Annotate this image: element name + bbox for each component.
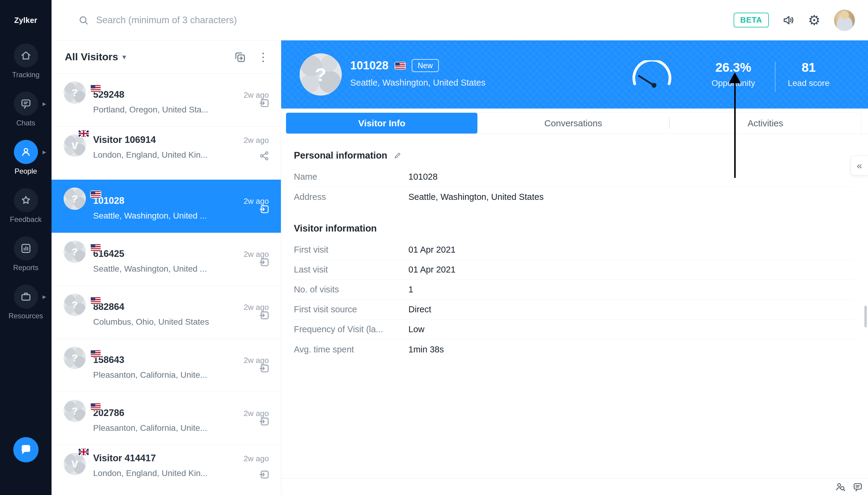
visitor-name: Visitor 414417 bbox=[93, 453, 156, 464]
search-icon bbox=[78, 15, 89, 25]
visitor-list-item[interactable]: ? 882864 2w ago Columbus, Ohio, United S… bbox=[52, 286, 281, 339]
sidebar-item-reports[interactable]: Reports bbox=[0, 233, 52, 281]
new-status-badge: New bbox=[412, 59, 439, 72]
visitor-list-item[interactable]: ? 158643 2w ago Pleasanton, California, … bbox=[52, 339, 281, 392]
visitor-list-item[interactable]: ? 529248 2w ago Portland, Oregon, United… bbox=[52, 73, 281, 126]
user-avatar[interactable] bbox=[834, 9, 855, 31]
info-row-name: Name 101028 bbox=[294, 167, 855, 187]
sidebar-item-tracking[interactable]: Tracking bbox=[0, 40, 52, 89]
visitor-avatar-large: ? bbox=[299, 53, 342, 96]
uk-flag-icon bbox=[79, 448, 89, 455]
annotation-arrow bbox=[729, 72, 741, 178]
home-icon bbox=[14, 44, 38, 68]
us-flag-icon bbox=[91, 85, 101, 92]
visitor-location: Columbus, Ohio, United States bbox=[93, 317, 256, 327]
beta-badge: BETA bbox=[733, 13, 769, 28]
tab-activities[interactable]: Activities bbox=[670, 113, 861, 134]
kebab-menu-icon[interactable]: ⋮ bbox=[257, 51, 269, 63]
forward-icon[interactable] bbox=[259, 97, 270, 108]
sidebar-item-label: People bbox=[15, 167, 37, 175]
chevron-right-icon: ▸ bbox=[42, 292, 46, 301]
sidebar-item-resources[interactable]: Resources ▸ bbox=[0, 281, 52, 330]
us-flag-icon bbox=[91, 403, 101, 410]
visitor-avatar: ? bbox=[64, 400, 86, 422]
visitor-list-title-dropdown[interactable]: All Visitors bbox=[65, 51, 118, 63]
add-view-icon[interactable] bbox=[234, 51, 246, 63]
visitor-name: Visitor 106914 bbox=[93, 134, 156, 145]
briefcase-icon bbox=[14, 285, 38, 309]
tab-conversations[interactable]: Conversations bbox=[478, 113, 669, 134]
visitor-avatar: ? bbox=[64, 81, 86, 104]
topbar-actions: BETA ⚙ bbox=[733, 9, 868, 31]
us-flag-icon bbox=[91, 350, 101, 357]
caret-down-icon: ▾ bbox=[122, 53, 126, 61]
info-row-first-visit-source: First visit source Direct bbox=[294, 300, 855, 320]
forward-icon[interactable] bbox=[259, 468, 270, 480]
visitor-avatar: V bbox=[64, 453, 86, 475]
visitor-list-item[interactable]: V Visitor 106914 2w ago London, England,… bbox=[52, 126, 281, 180]
visitor-list-item[interactable]: V Visitor 414417 2w ago London, England,… bbox=[52, 445, 281, 495]
uk-flag-icon bbox=[79, 130, 89, 137]
chat-note-icon[interactable] bbox=[852, 481, 863, 492]
search-input[interactable] bbox=[96, 15, 367, 25]
stats-divider bbox=[775, 62, 776, 92]
visitor-last-seen: 2w ago bbox=[244, 454, 269, 463]
info-row-no-of-visits: No. of visits 1 bbox=[294, 280, 855, 300]
tab-visitor-info[interactable]: Visitor Info bbox=[286, 113, 478, 134]
lead-score-label: Lead score bbox=[780, 79, 837, 88]
forward-icon[interactable] bbox=[259, 256, 270, 268]
visitor-detail-panel: ? 101028 New Seattle, Washington, United… bbox=[281, 40, 868, 495]
visitor-lookup-icon[interactable] bbox=[835, 481, 846, 492]
us-flag-icon bbox=[91, 297, 101, 304]
bar-chart-icon bbox=[14, 236, 38, 260]
chevron-right-icon: ▸ bbox=[42, 148, 46, 156]
visitor-location: Seattle, Washington, United ... bbox=[93, 211, 256, 221]
us-flag-icon bbox=[91, 191, 101, 198]
chat-fab-button[interactable] bbox=[13, 437, 39, 462]
gear-icon[interactable]: ⚙ bbox=[808, 13, 820, 27]
visitor-last-seen: 2w ago bbox=[244, 136, 269, 145]
share-icon[interactable] bbox=[259, 150, 270, 161]
visitor-avatar: ? bbox=[64, 347, 86, 369]
visitor-location: Pleasanton, California, Unite... bbox=[93, 423, 256, 433]
sidebar-item-label: Feedback bbox=[10, 215, 41, 224]
sidebar-item-people[interactable]: People ▸ bbox=[0, 137, 52, 185]
info-row-last-visit: Last visit 01 Apr 2021 bbox=[294, 260, 855, 280]
visitor-avatar: ? bbox=[64, 294, 86, 316]
forward-icon[interactable] bbox=[259, 309, 270, 321]
info-row-address: Address Seattle, Washington, United Stat… bbox=[294, 187, 855, 207]
sidebar-item-feedback[interactable]: Feedback bbox=[0, 185, 52, 233]
scrollbar-handle[interactable] bbox=[864, 306, 867, 327]
visitor-location: Seattle, Washington, United ... bbox=[93, 264, 256, 274]
info-row-avg-time-spent: Avg. time spent 1min 38s bbox=[294, 339, 855, 359]
collapse-panel-button[interactable]: « bbox=[851, 156, 868, 175]
sidebar-item-chats[interactable]: Chats ▸ bbox=[0, 89, 52, 137]
sidebar-item-label: Tracking bbox=[12, 70, 39, 79]
opportunity-gauge-icon bbox=[629, 60, 675, 89]
info-row-frequency-of-visit: Frequency of Visit (la... Low bbox=[294, 320, 855, 339]
visitor-list-item-selected[interactable]: ? 101028 2w ago Seattle, Washington, Uni… bbox=[52, 180, 281, 233]
visitor-list-item[interactable]: ? 202786 2w ago Pleasanton, California, … bbox=[52, 392, 281, 445]
forward-icon[interactable] bbox=[259, 415, 270, 427]
edit-pencil-icon[interactable] bbox=[393, 151, 402, 160]
speaker-icon[interactable] bbox=[782, 14, 795, 27]
forward-icon[interactable] bbox=[259, 362, 270, 374]
info-row-first-visit: First visit 01 Apr 2021 bbox=[294, 240, 855, 260]
person-icon bbox=[14, 140, 38, 164]
visitor-location: London, England, United Kin... bbox=[93, 150, 256, 160]
forward-icon[interactable] bbox=[259, 203, 270, 215]
us-flag-icon bbox=[91, 244, 101, 251]
visitor-detail-name: 101028 bbox=[350, 59, 388, 72]
visitor-detail-location: Seattle, Washington, United States bbox=[350, 78, 486, 88]
sidebar-item-label: Resources bbox=[8, 312, 43, 320]
visitor-detail-header: ? 101028 New Seattle, Washington, United… bbox=[281, 40, 868, 108]
star-icon bbox=[14, 188, 38, 212]
visitor-avatar: ? bbox=[64, 241, 86, 263]
section-title-visitor-information: Visitor information bbox=[294, 223, 855, 234]
us-flag-icon bbox=[395, 63, 405, 69]
detail-footer bbox=[281, 478, 868, 495]
visitor-list-item[interactable]: ? 616425 2w ago Seattle, Washington, Uni… bbox=[52, 233, 281, 286]
personal-information-rows: Name 101028 Address Seattle, Washington,… bbox=[294, 167, 855, 207]
sidebar-item-label: Chats bbox=[16, 119, 35, 127]
topbar: BETA ⚙ bbox=[52, 0, 868, 40]
